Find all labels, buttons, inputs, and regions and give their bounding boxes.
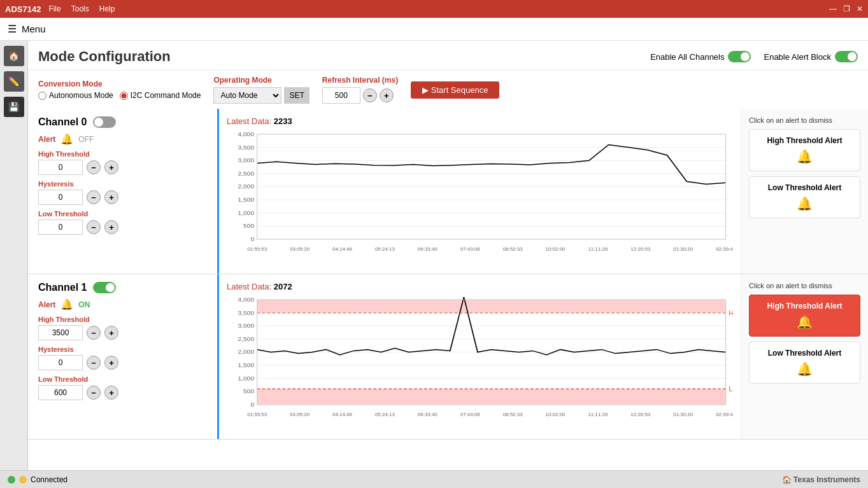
restore-button[interactable]: ❐ xyxy=(843,4,850,13)
menu-label: Menu xyxy=(22,24,46,34)
menubar: ☰ Menu xyxy=(0,18,868,41)
minimize-button[interactable]: — xyxy=(829,4,837,13)
app-name: ADS7142 xyxy=(5,4,41,14)
tools-menu[interactable]: Tools xyxy=(71,4,89,13)
hamburger-icon[interactable]: ☰ xyxy=(8,23,17,35)
file-menu[interactable]: File xyxy=(48,4,60,13)
help-menu[interactable]: Help xyxy=(99,4,115,13)
close-button[interactable]: ✕ xyxy=(857,4,863,13)
titlebar: ADS7142 File Tools Help — ❐ ✕ xyxy=(0,0,868,18)
